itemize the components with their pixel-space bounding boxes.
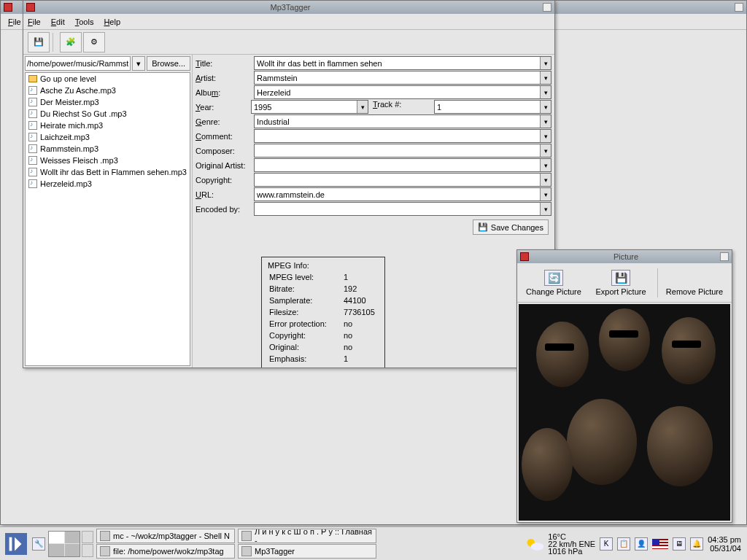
chevron-down-icon[interactable] xyxy=(540,144,551,157)
chevron-down-icon[interactable] xyxy=(540,188,551,201)
url-field[interactable] xyxy=(254,187,551,201)
tray-icon-bell[interactable]: 🔔 xyxy=(690,537,703,551)
save-icon: 💾 xyxy=(611,270,630,286)
weather-wind: 22 km/h ENE xyxy=(548,540,595,548)
maximize-icon[interactable] xyxy=(735,3,743,12)
chevron-down-icon[interactable] xyxy=(357,101,368,113)
clock[interactable]: 04:35 pm 05/31/04 xyxy=(708,535,741,553)
file-item[interactable]: Weisses Fleisch .mp3 xyxy=(26,155,190,166)
audio-file-icon xyxy=(28,98,37,106)
export-picture-button[interactable]: 💾Export Picture xyxy=(590,270,651,296)
weather-applet[interactable]: 16°C 22 km/h ENE 1016 hPa xyxy=(525,533,595,555)
track-label: Track #: xyxy=(373,100,431,114)
file-item[interactable]: Wollt ihr das Bett in Flammen sehen.mp3 xyxy=(26,166,190,178)
menu-tools[interactable]: Tools xyxy=(75,18,94,26)
tag-editor-panel: Title: Artist: Album: Year: Track #: Gen… xyxy=(193,55,554,368)
file-list[interactable]: Go up one level Asche Zu Asche.mp3 Der M… xyxy=(25,72,190,366)
tray-icon-k[interactable]: K xyxy=(600,537,613,551)
path-dropdown-icon[interactable]: ▾ xyxy=(132,56,145,71)
go-up-level[interactable]: Go up one level xyxy=(26,73,190,85)
audio-file-icon xyxy=(28,156,37,165)
menu-file[interactable]: File xyxy=(28,18,41,26)
tray-icon-display[interactable]: 🖥 xyxy=(673,537,686,551)
desktop-4[interactable] xyxy=(65,544,80,556)
tool-icon-1[interactable]: 🧩 xyxy=(60,32,82,52)
clock-time: 04:35 pm xyxy=(708,535,741,544)
file-item[interactable]: Rammstein.mp3 xyxy=(26,143,190,155)
remove-picture-button[interactable]: Remove Picture xyxy=(664,270,725,296)
pager-extra[interactable] xyxy=(82,531,93,557)
close-icon[interactable] xyxy=(26,3,35,12)
picture-toolbar: 🔄Change Picture 💾Export Picture Remove P… xyxy=(517,263,732,303)
chevron-down-icon[interactable] xyxy=(540,203,551,215)
save-changes-button[interactable]: 💾Save Changes xyxy=(473,219,549,235)
desktop-pager[interactable] xyxy=(48,531,80,557)
change-picture-button[interactable]: 🔄Change Picture xyxy=(523,270,584,296)
taskbar: 🔧 mc - ~/wokz/mp3tagger - Shell N file: … xyxy=(0,526,747,560)
refresh-icon: 🔄 xyxy=(544,270,563,286)
file-item[interactable]: Laichzeit.mp3 xyxy=(26,131,190,143)
album-field[interactable] xyxy=(254,85,551,99)
task-button[interactable]: Mp3Tagger xyxy=(238,544,376,559)
save-icon[interactable]: 💾 xyxy=(28,32,50,52)
tool-icon-2[interactable]: ⚙ xyxy=(83,32,105,52)
chevron-down-icon[interactable] xyxy=(540,130,551,142)
url-label: URL: xyxy=(196,190,254,199)
comment-field[interactable] xyxy=(254,129,551,143)
svg-point-2 xyxy=(531,542,544,551)
origartist-field[interactable] xyxy=(254,158,551,172)
task-button[interactable]: file: /home/power/wokz/mp3tag xyxy=(96,544,235,559)
genre-field[interactable] xyxy=(254,114,551,128)
mpeg-info-header: MPEG Info: xyxy=(268,260,379,271)
chevron-down-icon[interactable] xyxy=(540,115,551,128)
desktop-1[interactable] xyxy=(49,532,64,544)
encoded-field[interactable] xyxy=(254,202,551,216)
chevron-down-icon[interactable] xyxy=(540,57,551,69)
bg-menu-file[interactable]: File xyxy=(8,18,21,26)
menu-help[interactable]: Help xyxy=(104,18,120,26)
desktop-3[interactable] xyxy=(49,544,64,556)
year-field[interactable] xyxy=(251,100,368,114)
maximize-icon[interactable] xyxy=(720,252,729,261)
maximize-icon[interactable] xyxy=(543,3,551,12)
track-field[interactable] xyxy=(434,100,551,114)
copyright-field[interactable] xyxy=(254,173,551,187)
artist-label: Artist: xyxy=(196,74,254,82)
origartist-label: Original Artist: xyxy=(196,161,254,170)
file-item[interactable]: Asche Zu Asche.mp3 xyxy=(26,85,190,96)
tray-icon-clipboard[interactable]: 📋 xyxy=(617,537,630,551)
title-field[interactable] xyxy=(254,56,551,70)
chevron-down-icon[interactable] xyxy=(540,86,551,98)
browse-button[interactable]: Browse... xyxy=(147,56,190,71)
chevron-down-icon[interactable] xyxy=(540,159,551,171)
file-item[interactable]: Herzeleid.mp3 xyxy=(26,178,190,190)
chevron-down-icon[interactable] xyxy=(540,174,551,186)
task-button[interactable]: Л и н у к с Ш о п . Р у :: Главная - xyxy=(238,529,376,543)
close-icon[interactable] xyxy=(4,3,12,12)
album-label: Album: xyxy=(196,88,254,97)
tray-icon-user[interactable]: 👤 xyxy=(635,537,648,551)
file-item[interactable]: Der Meister.mp3 xyxy=(26,96,190,108)
mp3tagger-window: Mp3Tagger File Edit Tools Help 💾 🧩 ⚙ ▾ B… xyxy=(23,0,555,368)
desktop-2[interactable] xyxy=(65,532,80,544)
menu-edit[interactable]: Edit xyxy=(51,18,65,26)
kde-menu-button[interactable] xyxy=(3,531,29,557)
file-item[interactable]: Heirate mich.mp3 xyxy=(26,120,190,131)
file-item[interactable]: Du Riechst So Gut .mp3 xyxy=(26,108,190,120)
artist-field[interactable] xyxy=(254,71,551,85)
settings-tray-icon[interactable]: 🔧 xyxy=(32,537,45,551)
window-title: Mp3Tagger xyxy=(38,3,543,12)
path-input[interactable] xyxy=(25,56,131,71)
weather-temp: 16°C xyxy=(548,533,595,540)
clock-date: 05/31/04 xyxy=(708,544,741,553)
composer-field[interactable] xyxy=(254,144,551,158)
chevron-down-icon[interactable] xyxy=(540,101,551,113)
separator-icon xyxy=(657,268,658,298)
chevron-down-icon[interactable] xyxy=(540,71,551,84)
task-button[interactable]: mc - ~/wokz/mp3tagger - Shell N xyxy=(96,529,235,543)
mp3-titlebar[interactable]: Mp3Tagger xyxy=(23,1,554,14)
keyboard-layout-flag-icon[interactable] xyxy=(652,539,668,549)
close-icon[interactable] xyxy=(520,252,529,261)
picture-titlebar[interactable]: Picture xyxy=(517,250,732,263)
folder-up-icon xyxy=(28,75,37,82)
